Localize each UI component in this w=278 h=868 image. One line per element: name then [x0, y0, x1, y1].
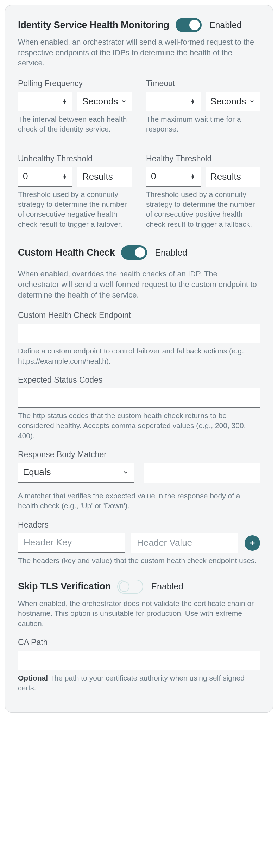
- healthy-label: Healthy Threshold: [146, 154, 260, 164]
- status-input-wrap[interactable]: [18, 388, 260, 408]
- polling-unit-select[interactable]: Seconds: [77, 92, 132, 111]
- matcher-value-input[interactable]: [149, 467, 255, 478]
- tls-switch-group: Enabled: [117, 580, 183, 594]
- tls-title: Skip TLS Verification: [18, 581, 111, 592]
- tls-toggle[interactable]: [117, 580, 143, 594]
- add-header-button[interactable]: [245, 535, 260, 551]
- timeout-field: Timeout ▲▼ Seconds The maximum wait time…: [146, 79, 260, 134]
- unhealthy-field: Unhealthy Threshold 0 ▲▼ Results Thresho…: [18, 154, 132, 229]
- headers-field: Headers The headers (key and value) that…: [18, 520, 260, 566]
- matcher-value-input-wrap[interactable]: [144, 463, 260, 483]
- ishm-header: Identity Service Health Monitoring Enabl…: [18, 18, 260, 32]
- healthy-field: Healthy Threshold 0 ▲▼ Results Threshold…: [146, 154, 260, 229]
- chc-header: Custom Health Check Enabled: [18, 245, 260, 260]
- stepper-icon[interactable]: ▲▼: [190, 98, 196, 104]
- polling-label: Polling Frequency: [18, 79, 132, 88]
- timeout-value-input[interactable]: [151, 96, 190, 107]
- unhealthy-unit-text: Results: [82, 171, 127, 182]
- timeout-unit-text: Seconds: [210, 96, 247, 107]
- ca-field: CA Path Optional The path to your certif…: [18, 638, 260, 693]
- ishm-toggle[interactable]: [176, 18, 202, 32]
- timeout-label: Timeout: [146, 79, 260, 88]
- healthy-unit-text: Results: [210, 171, 255, 182]
- chc-toggle[interactable]: [121, 245, 147, 260]
- tls-description: When enabled, the orchestrator does not …: [18, 599, 260, 628]
- polling-unit-text: Seconds: [82, 96, 119, 107]
- chc-title: Custom Health Check: [18, 247, 115, 258]
- chc-description: When enabled, overrides the health check…: [18, 269, 260, 300]
- polling-field: Polling Frequency ▲▼ Seconds The interva…: [18, 79, 132, 134]
- ca-input-wrap[interactable]: [18, 651, 260, 670]
- chc-switch-group: Enabled: [121, 245, 187, 260]
- tls-toggle-label: Enabled: [151, 581, 183, 592]
- chevron-down-icon: [249, 98, 255, 104]
- ca-input[interactable]: [23, 651, 255, 670]
- polling-value-input[interactable]: [23, 96, 62, 107]
- polling-number-input[interactable]: ▲▼: [18, 92, 72, 111]
- freq-timeout-row: Polling Frequency ▲▼ Seconds The interva…: [18, 79, 260, 238]
- status-field: Expected Status Codes The http status co…: [18, 375, 260, 441]
- endpoint-input[interactable]: [23, 324, 255, 343]
- unhealthy-help: Threshold used by a continuity strategy …: [18, 190, 132, 229]
- matcher-label: Response Body Matcher: [18, 450, 260, 459]
- toggle-knob: [119, 581, 129, 592]
- headers-label: Headers: [18, 520, 260, 530]
- timeout-help: The maximum wait time for a response.: [146, 114, 260, 134]
- healthy-number-input[interactable]: 0 ▲▼: [146, 167, 201, 187]
- plus-icon: [248, 539, 256, 547]
- unhealthy-number-input[interactable]: 0 ▲▼: [18, 167, 72, 187]
- unhealthy-unit: Results: [77, 167, 132, 187]
- unhealthy-label: Unhealthy Threshold: [18, 154, 132, 164]
- healthy-unit: Results: [206, 167, 260, 187]
- headers-help: The headers (key and value) that the cus…: [18, 556, 260, 566]
- ishm-switch-group: Enabled: [176, 18, 242, 32]
- header-value-wrap[interactable]: [131, 533, 238, 553]
- matcher-selected: Equals: [23, 467, 120, 478]
- stepper-icon[interactable]: ▲▼: [62, 173, 68, 180]
- status-label: Expected Status Codes: [18, 375, 260, 385]
- ca-help-text: The path to your certificate authority w…: [18, 674, 245, 692]
- ca-help-strong: Optional: [18, 674, 48, 682]
- stepper-icon[interactable]: ▲▼: [62, 98, 68, 104]
- ishm-description: When enabled, an orchestrator will send …: [18, 37, 260, 68]
- endpoint-label: Custom Health Check Endpoint: [18, 311, 260, 320]
- endpoint-input-wrap[interactable]: [18, 324, 260, 343]
- matcher-help: A matcher that verifies the expected val…: [18, 491, 260, 511]
- ca-help: Optional The path to your certificate au…: [18, 673, 260, 693]
- settings-panel: Identity Service Health Monitoring Enabl…: [5, 5, 273, 713]
- toggle-knob: [135, 247, 145, 258]
- endpoint-help: Define a custom endpoint to control fail…: [18, 346, 260, 366]
- chc-toggle-label: Enabled: [155, 248, 187, 258]
- ca-label: CA Path: [18, 638, 260, 647]
- timeout-unit-select[interactable]: Seconds: [206, 92, 260, 111]
- healthy-help: Threshold used by a continuity strategy …: [146, 190, 260, 229]
- timeout-number-input[interactable]: ▲▼: [146, 92, 201, 111]
- ishm-toggle-label: Enabled: [209, 20, 242, 30]
- healthy-value: 0: [151, 171, 156, 182]
- chevron-down-icon: [122, 469, 129, 476]
- header-key-input[interactable]: [23, 533, 120, 552]
- matcher-field: Response Body Matcher Equals A matcher t…: [18, 450, 260, 511]
- tls-header: Skip TLS Verification Enabled: [18, 580, 260, 594]
- status-input[interactable]: [23, 388, 255, 407]
- stepper-icon[interactable]: ▲▼: [190, 173, 196, 180]
- ishm-title: Identity Service Health Monitoring: [18, 20, 169, 31]
- polling-help: The interval between each health check o…: [18, 114, 132, 134]
- toggle-knob: [189, 20, 200, 30]
- header-value-input[interactable]: [136, 533, 233, 553]
- chevron-down-icon: [121, 98, 127, 104]
- endpoint-field: Custom Health Check Endpoint Define a cu…: [18, 311, 260, 366]
- header-key-wrap[interactable]: [18, 533, 125, 553]
- status-help: The http status codes that the custom he…: [18, 411, 260, 441]
- matcher-select[interactable]: Equals: [18, 463, 134, 483]
- unhealthy-value: 0: [23, 171, 28, 182]
